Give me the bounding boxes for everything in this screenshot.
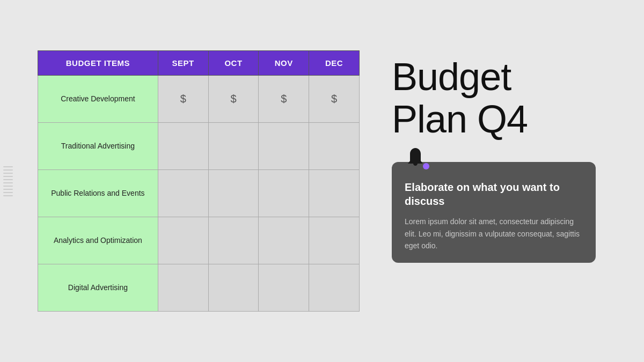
row-label-3: Analytics and Optimization: [38, 217, 158, 264]
row-label-4: Digital Advertising: [38, 264, 158, 312]
row-0-col-4: $: [259, 76, 309, 123]
budget-table: BUDGET ITEMS SEPT OCT NOV DEC Creative D…: [38, 50, 360, 312]
page-title: Budget Plan Q4: [392, 56, 612, 141]
row-0-col-5: $: [309, 76, 360, 123]
row-1-col-2: [158, 123, 208, 170]
row-4-col-2: [158, 264, 208, 312]
table-row: Digital Advertising: [38, 264, 360, 312]
notification-card: Elaborate on what you want to discuss Lo…: [392, 162, 596, 262]
row-2-col-4: [259, 170, 309, 217]
row-0-col-2: $: [158, 76, 208, 123]
row-1-col-5: [309, 123, 360, 170]
row-label-0: Creative Development: [38, 76, 158, 123]
row-label-1: Traditional Advertising: [38, 123, 158, 170]
col-header-oct: OCT: [208, 51, 259, 76]
notification-dot: [423, 163, 429, 169]
table-row: Creative Development$$$$: [38, 76, 360, 123]
table-row: Traditional Advertising: [38, 123, 360, 170]
row-2-col-5: [309, 170, 360, 217]
card-body: Lorem ipsum dolor sit amet, consectetur …: [405, 216, 583, 252]
card-title: Elaborate on what you want to discuss: [405, 180, 583, 208]
right-section: Budget Plan Q4 Elaborate on what you wan…: [392, 50, 612, 263]
table-row: Analytics and Optimization: [38, 217, 360, 264]
table-row: Public Relations and Events: [38, 170, 360, 217]
row-2-col-2: [158, 170, 208, 217]
decorative-lines: [0, 0, 16, 362]
col-header-nov: NOV: [259, 51, 309, 76]
row-0-col-3: $: [208, 76, 259, 123]
row-1-col-4: [259, 123, 309, 170]
row-4-col-4: [259, 264, 309, 312]
col-header-budget-items: BUDGET ITEMS: [38, 51, 158, 76]
col-header-dec: DEC: [309, 51, 360, 76]
table-section: BUDGET ITEMS SEPT OCT NOV DEC Creative D…: [38, 50, 360, 312]
row-3-col-2: [158, 217, 208, 264]
col-header-sept: SEPT: [158, 51, 208, 76]
row-3-col-5: [309, 217, 360, 264]
row-3-col-3: [208, 217, 259, 264]
row-4-col-3: [208, 264, 259, 312]
bell-icon: [402, 146, 428, 172]
row-1-col-3: [208, 123, 259, 170]
row-4-col-5: [309, 264, 360, 312]
row-label-2: Public Relations and Events: [38, 170, 158, 217]
row-2-col-3: [208, 170, 259, 217]
main-content: BUDGET ITEMS SEPT OCT NOV DEC Creative D…: [0, 18, 644, 344]
row-3-col-4: [259, 217, 309, 264]
